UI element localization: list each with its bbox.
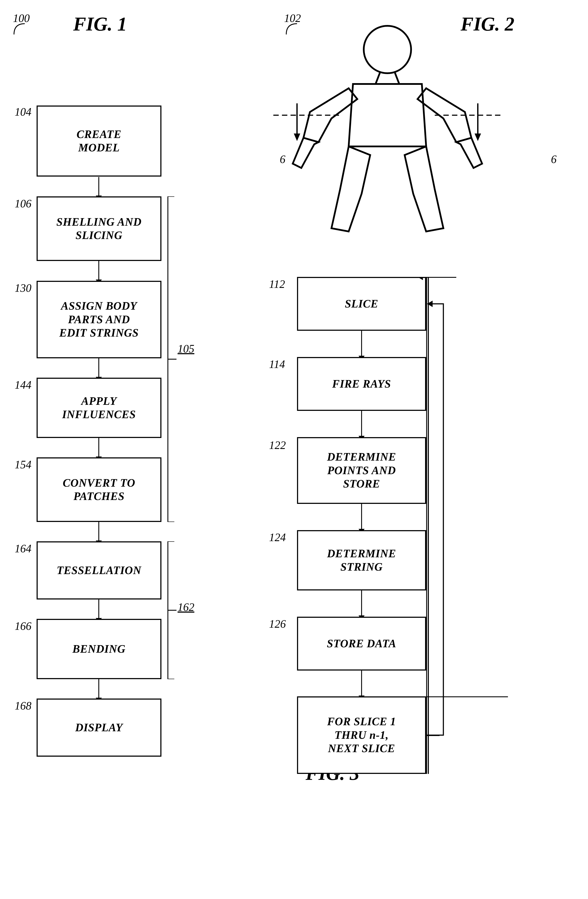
ref-100-curve (12, 22, 29, 39)
svg-line-2 (395, 73, 399, 84)
svg-marker-6 (294, 133, 300, 141)
page: 100 FIG. 1 104 CREATE MODEL 106 SHELLING… (0, 0, 588, 899)
box-determine-points: DETERMINE POINTS AND STORE (297, 437, 426, 504)
arrow-154-164 (98, 522, 99, 541)
ref-104: 104 (15, 105, 31, 118)
svg-marker-11 (418, 277, 423, 280)
box-slice: SLICE (297, 277, 426, 331)
box-store-data: STORE DATA (297, 617, 426, 670)
arrow-126-128 (361, 670, 362, 697)
svg-marker-8 (475, 133, 481, 141)
box-assign-body: ASSIGN BODY PARTS AND EDIT STRINGS (37, 281, 161, 358)
ref-164: 164 (15, 542, 31, 555)
ref-166: 166 (15, 620, 31, 632)
human-figure-svg (258, 22, 517, 258)
box-convert-patches: CONVERT TO PATCHES (37, 457, 161, 522)
arrow-104-106 (98, 177, 99, 196)
ref-124: 124 (269, 531, 286, 544)
ref-168: 168 (15, 700, 31, 712)
svg-point-0 (364, 26, 411, 73)
ref-122: 122 (269, 439, 286, 451)
arrow-144-154 (98, 438, 99, 457)
box-apply-influences: APPLY INFLUENCES (37, 378, 161, 438)
loop-connect-bottom (426, 735, 440, 736)
box-determine-string: DETERMINE STRING (297, 530, 426, 590)
arrow-130-144 (98, 358, 99, 378)
fig1-title: FIG. 1 (73, 13, 127, 35)
ref-126: 126 (269, 618, 286, 630)
arrow-112-114 (361, 331, 362, 357)
ref-154: 154 (15, 458, 31, 471)
bracket-105 (166, 196, 176, 522)
box-shelling: SHELLING AND SLICING (37, 196, 161, 261)
loop-svg (418, 277, 439, 774)
bracket-162 (166, 541, 179, 679)
ref-114: 114 (269, 358, 285, 371)
arrow-106-130 (98, 261, 99, 280)
box-bending: BENDING (37, 619, 161, 679)
ref-130: 130 (15, 282, 31, 294)
arrow-166-168 (98, 679, 99, 698)
ref-6-right: 6 (551, 153, 557, 165)
ref-144: 144 (15, 378, 31, 391)
bracket-105-svg (166, 196, 179, 522)
bracket-162-svg (166, 541, 179, 679)
arrow-122-124 (361, 504, 362, 530)
box-display: DISPLAY (37, 698, 161, 757)
ref-112: 112 (269, 278, 285, 290)
arrow-164-166 (98, 599, 99, 619)
svg-line-1 (375, 73, 380, 84)
box-create-model: CREATE MODEL (37, 105, 161, 176)
box-next-slice: FOR SLICE 1 THRU n-1, NEXT SLICE (297, 697, 426, 774)
ref-162: 162 (177, 601, 194, 613)
box-fire-rays: FIRE RAYS (297, 357, 426, 411)
arrow-114-122 (361, 411, 362, 437)
ref-106: 106 (15, 197, 31, 210)
ref-6-left: 6 (280, 153, 286, 165)
ref-105: 105 (177, 342, 194, 355)
arrow-124-126 (361, 590, 362, 616)
box-tessellation: TESSELLATION (37, 541, 161, 599)
